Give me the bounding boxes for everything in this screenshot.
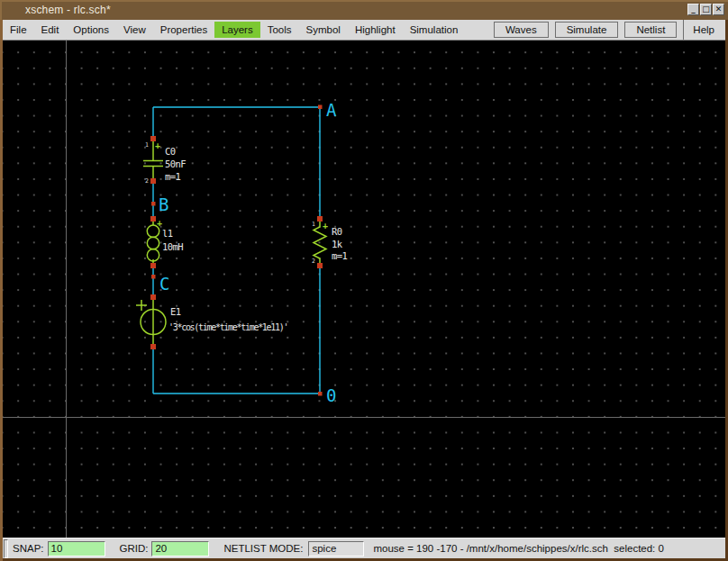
vsource-pin-minus[interactable] <box>150 344 156 349</box>
resistor-pin-1[interactable] <box>317 216 323 222</box>
net-label-gnd[interactable]: 0 <box>326 385 336 405</box>
statusbar: SNAP: 10 GRID: 20 NETLIST MODE: spice mo… <box>3 538 725 558</box>
resistor-ref[interactable]: R0 <box>332 226 342 237</box>
inductor-pin-1[interactable] <box>150 216 156 222</box>
menu-file[interactable]: File <box>3 22 34 38</box>
menu-tools[interactable]: Tools <box>260 22 299 38</box>
grid-label: GRID: <box>120 543 149 554</box>
net-label-b[interactable]: B <box>159 195 168 214</box>
netlist-mode-input[interactable]: spice <box>308 541 364 556</box>
resistor-pin1-number: 1 <box>312 221 315 228</box>
inductor-loop-2[interactable] <box>147 237 159 249</box>
resistor-param[interactable]: m=1 <box>332 250 347 261</box>
resistor-pin-2[interactable] <box>317 263 323 268</box>
inductor-ref[interactable]: l1 <box>162 228 173 239</box>
menubar: File Edit Options View Properties Layers… <box>3 20 725 41</box>
window-title: xschem - rlc.sch* <box>25 4 111 16</box>
net-label-pin-0[interactable] <box>318 392 323 396</box>
menu-simulation[interactable]: Simulation <box>403 22 466 38</box>
net-label-pin-b[interactable] <box>151 202 156 206</box>
capacitor-value[interactable]: 50nF <box>165 158 186 169</box>
menu-layers[interactable]: Layers <box>214 22 260 38</box>
schematic-canvas[interactable]: + + + 1 2 <box>3 41 725 538</box>
menu-properties[interactable]: Properties <box>153 22 214 38</box>
capacitor-pin2-number: 2 <box>145 177 149 185</box>
plus-marks: + + + <box>155 140 328 231</box>
menu-view[interactable]: View <box>116 22 153 38</box>
capacitor-pin-1[interactable] <box>150 136 156 141</box>
inductor-value[interactable]: 10mH <box>162 241 183 252</box>
menu-edit[interactable]: Edit <box>34 22 67 38</box>
snap-label: SNAP: <box>13 543 44 554</box>
mouse-status-text: mouse = 190 -170 - /mnt/x/home/schippes/… <box>373 543 663 554</box>
waves-button[interactable]: Waves <box>494 22 549 38</box>
netlist-button[interactable]: Netlist <box>624 22 677 38</box>
titlebar[interactable]: xschem - rlc.sch* _ □ ✕ <box>0 0 728 20</box>
minimize-icon[interactable]: _ <box>687 4 699 15</box>
net-label-a[interactable]: A <box>326 100 337 120</box>
vsource-ref[interactable]: E1 <box>170 306 181 317</box>
simulate-button[interactable]: Simulate <box>555 22 619 38</box>
vsource-value[interactable]: '3*cos(time*time*time*1e11)' <box>168 322 287 332</box>
menu-options[interactable]: Options <box>66 22 116 38</box>
vsource-plus-mark[interactable] <box>136 300 147 311</box>
menu-symbol[interactable]: Symbol <box>299 22 348 38</box>
resistor-value[interactable]: 1k <box>332 239 343 249</box>
vsource-pin-plus[interactable] <box>150 294 156 300</box>
net-label-pin-a[interactable] <box>318 105 323 110</box>
net-label-c[interactable]: C <box>159 274 168 294</box>
snap-input[interactable]: 10 <box>48 541 105 556</box>
vsource-symbol[interactable] <box>136 297 166 347</box>
statusbar-grip <box>4 539 8 558</box>
maximize-icon[interactable]: □ <box>700 4 712 15</box>
inductor-plus: + <box>157 218 162 228</box>
rlc-schematic: + + + 1 2 <box>3 41 725 538</box>
menu-help[interactable]: Help <box>683 20 725 40</box>
window-controls: _ □ ✕ <box>687 4 724 15</box>
grid-input[interactable]: 20 <box>151 541 209 556</box>
netlist-mode-label: NETLIST MODE: <box>223 543 303 554</box>
capacitor-pin-2[interactable] <box>150 178 156 184</box>
capacitor-param[interactable]: m=1 <box>165 171 180 182</box>
close-icon[interactable]: ✕ <box>713 4 724 15</box>
resistor-pin2-number: 2 <box>312 258 315 265</box>
capacitor-pin1-number: 1 <box>145 141 149 149</box>
resistor-plus: + <box>323 221 328 231</box>
net-label-pin-c[interactable] <box>151 275 156 279</box>
capacitor-ref[interactable]: C0 <box>165 146 176 157</box>
inductor-pin-2[interactable] <box>150 263 156 268</box>
inductor-loop-3[interactable] <box>147 249 159 261</box>
capacitor-plus: + <box>155 140 160 150</box>
net-labels: A B C 0 <box>159 100 337 405</box>
xschem-window: xschem - rlc.sch* _ □ ✕ File Edit Option… <box>0 0 728 561</box>
menu-highlight[interactable]: Highlight <box>348 22 403 38</box>
